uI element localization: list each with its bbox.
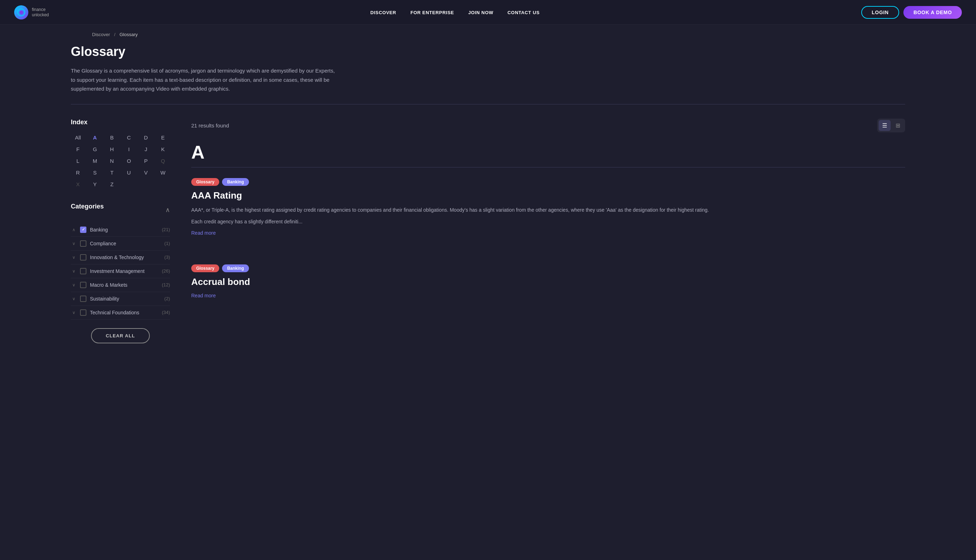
tag-glossary: Glossary [191, 178, 219, 186]
index-letter-i[interactable]: I [122, 145, 136, 153]
nav-enterprise[interactable]: FOR ENTERPRISE [410, 10, 454, 15]
category-item-banking: ∧Banking(21) [71, 223, 170, 237]
breadcrumb-parent[interactable]: Discover [92, 32, 110, 37]
nav-discover[interactable]: DISCOVER [370, 10, 396, 15]
index-letter-f[interactable]: F [71, 145, 85, 153]
entry-title-accrual-bond: Accrual bond [191, 277, 905, 287]
index-letter-y[interactable]: Y [88, 180, 102, 189]
category-chevron-technical-foundations[interactable]: ∨ [71, 310, 77, 315]
index-letter-h[interactable]: H [105, 145, 119, 153]
category-checkbox-technical-foundations[interactable] [80, 309, 87, 316]
index-letter-g[interactable]: G [88, 145, 102, 153]
index-letter-m[interactable]: M [88, 157, 102, 165]
index-letter-a[interactable]: A [88, 133, 102, 142]
nav-join[interactable]: JOIN NOW [468, 10, 493, 15]
category-item-innovation-technology: ∨Innovation & Technology(3) [71, 251, 170, 265]
category-chevron-macro-markets[interactable]: ∨ [71, 282, 77, 287]
logo-text: finance unlocked [32, 7, 49, 17]
index-letter-d[interactable]: D [139, 133, 153, 142]
index-section: Index AllABCDEFGHIJKLMNOPQRSTUVWXYZ [71, 118, 170, 189]
index-letter-t[interactable]: T [105, 168, 119, 177]
index-letter-s[interactable]: S [88, 168, 102, 177]
letter-section: A GlossaryBankingAAA RatingAAA*, or Trip… [191, 143, 905, 313]
index-letter-j[interactable]: J [139, 145, 153, 153]
book-demo-button[interactable]: BOOK A DEMO [903, 6, 962, 19]
grid-view-button[interactable]: ⊞ [892, 120, 904, 131]
index-letter-l[interactable]: L [71, 157, 85, 165]
category-count-banking: (21) [162, 227, 170, 232]
navigation: finance unlocked DISCOVER FOR ENTERPRISE… [0, 0, 976, 25]
nav-actions: LOGIN BOOK A DEMO [861, 6, 962, 19]
category-item-investment-management: ∨Investment Management(26) [71, 265, 170, 278]
category-checkbox-compliance[interactable] [80, 240, 87, 247]
index-letter-e[interactable]: E [156, 133, 170, 142]
index-letter-k[interactable]: K [156, 145, 170, 153]
category-name-compliance: Compliance [90, 241, 161, 247]
nav-links: DISCOVER FOR ENTERPRISE JOIN NOW CONTACT… [370, 9, 540, 15]
view-toggles: ☰ ⊞ [877, 118, 905, 132]
categories-section: Categories ∧ ∧Banking(21)∨Compliance(1)∨… [71, 203, 170, 343]
category-name-technical-foundations: Technical Foundations [90, 310, 158, 315]
category-item-technical-foundations: ∨Technical Foundations(34) [71, 306, 170, 320]
index-letter-r[interactable]: R [71, 168, 85, 177]
category-checkbox-banking[interactable] [80, 227, 87, 233]
index-heading: Index [71, 118, 170, 126]
category-name-macro-markets: Macro & Markets [90, 282, 158, 288]
logo[interactable]: finance unlocked [14, 5, 49, 20]
index-letter-u[interactable]: U [122, 168, 136, 177]
index-letter-o[interactable]: O [122, 157, 136, 165]
index-letter-w[interactable]: W [156, 168, 170, 177]
sidebar: Index AllABCDEFGHIJKLMNOPQRSTUVWXYZ Cate… [71, 118, 170, 343]
read-more-button-accrual-bond[interactable]: Read more [191, 293, 216, 298]
category-item-macro-markets: ∨Macro & Markets(12) [71, 278, 170, 292]
categories-list: ∧Banking(21)∨Compliance(1)∨Innovation & … [71, 223, 170, 320]
index-grid: AllABCDEFGHIJKLMNOPQRSTUVWXYZ [71, 133, 170, 189]
entry-body1-aaa-rating: AAA*, or Triple-A, is the highest rating… [191, 206, 905, 215]
index-letter-p[interactable]: P [139, 157, 153, 165]
results-header: 21 results found ☰ ⊞ [191, 118, 905, 132]
index-letter-v[interactable]: V [139, 168, 153, 177]
clear-all-button[interactable]: CLEAR ALL [91, 328, 150, 343]
read-more-button-aaa-rating[interactable]: Read more [191, 230, 216, 236]
category-name-investment-management: Investment Management [90, 268, 158, 274]
entry-title-aaa-rating: AAA Rating [191, 190, 905, 201]
login-button[interactable]: LOGIN [861, 6, 899, 19]
glossary-entry-accrual-bond: GlossaryBankingAccrual bondRead more [191, 265, 905, 313]
category-item-sustainability: ∨Sustainability(2) [71, 292, 170, 306]
results-area: 21 results found ☰ ⊞ A GlossaryBankingAA… [191, 118, 905, 327]
tag-banking: Banking [222, 265, 249, 272]
index-letter-c[interactable]: C [122, 133, 136, 142]
category-count-compliance: (1) [164, 241, 170, 246]
letter-divider [191, 167, 905, 167]
category-checkbox-investment-management[interactable] [80, 268, 87, 274]
index-letter-b[interactable]: B [105, 133, 119, 142]
category-chevron-innovation-technology[interactable]: ∨ [71, 255, 77, 260]
letter-heading: A [191, 143, 905, 162]
category-chevron-banking[interactable]: ∧ [71, 227, 77, 232]
index-letter-z[interactable]: Z [105, 180, 119, 189]
tag-glossary: Glossary [191, 265, 219, 272]
category-checkbox-macro-markets[interactable] [80, 282, 87, 288]
category-chevron-investment-management[interactable]: ∨ [71, 269, 77, 273]
index-letter-n[interactable]: N [105, 157, 119, 165]
results-count: 21 results found [191, 122, 229, 128]
entry-tags-aaa-rating: GlossaryBanking [191, 178, 905, 186]
categories-heading: Categories [71, 203, 104, 210]
glossary-entry-aaa-rating: GlossaryBankingAAA RatingAAA*, or Triple… [191, 178, 905, 251]
nav-contact[interactable]: CONTACT US [507, 10, 540, 15]
category-chevron-sustainability[interactable]: ∨ [71, 296, 77, 301]
index-letter-all[interactable]: All [71, 133, 85, 142]
category-chevron-compliance[interactable]: ∨ [71, 241, 77, 246]
content-layout: Index AllABCDEFGHIJKLMNOPQRSTUVWXYZ Cate… [71, 118, 905, 343]
category-checkbox-innovation-technology[interactable] [80, 254, 87, 260]
breadcrumb: Discover / Glossary [0, 25, 976, 44]
category-item-compliance: ∨Compliance(1) [71, 237, 170, 251]
page-title: Glossary [71, 44, 905, 59]
category-name-sustainability: Sustainability [90, 296, 161, 302]
category-checkbox-sustainability[interactable] [80, 295, 87, 302]
list-view-button[interactable]: ☰ [879, 120, 891, 131]
logo-icon [14, 5, 28, 20]
categories-toggle-button[interactable]: ∧ [165, 206, 170, 214]
category-name-banking: Banking [90, 227, 158, 233]
breadcrumb-separator: / [114, 32, 115, 37]
